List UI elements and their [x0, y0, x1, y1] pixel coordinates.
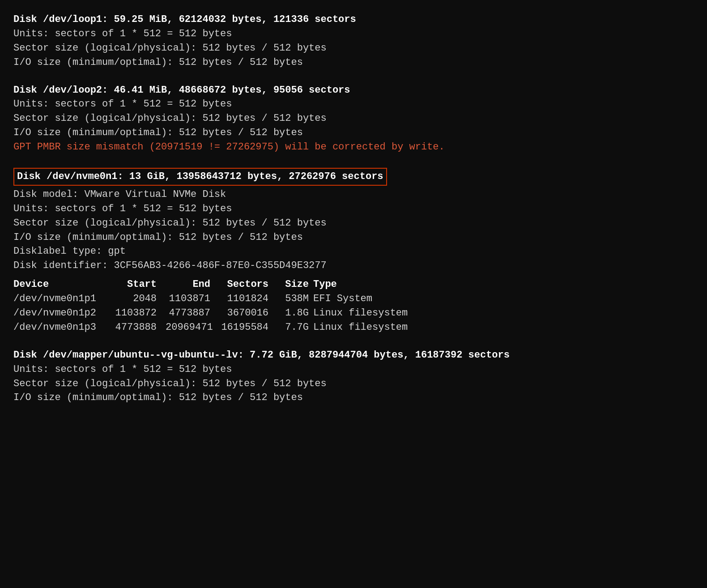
disk4-line2: Sector size (logical/physical): 512 byte…: [13, 377, 694, 391]
partition-p1-end: 1103871: [166, 292, 219, 306]
partition-p1-sectors: 1101824: [219, 292, 277, 306]
disk3-header: Disk /dev/nvme0n1: 13 GiB, 13958643712 b…: [13, 168, 387, 186]
col-header-type: Type: [313, 277, 447, 292]
partition-table: Device Start End Sectors Size Type /dev/…: [13, 277, 694, 335]
partition-p3-sectors: 16195584: [219, 320, 277, 335]
disk1-line3: I/O size (minimum/optimal): 512 bytes / …: [13, 55, 694, 70]
partition-p2-type: Linux filesystem: [313, 306, 447, 320]
disk3-line2: Sector size (logical/physical): 512 byte…: [13, 216, 694, 230]
disk2-section: Disk /dev/loop2: 46.41 MiB, 48668672 byt…: [13, 83, 694, 154]
partition-p1-device: /dev/nvme0n1p1: [13, 292, 112, 306]
partition-row-p3: /dev/nvme0n1p3 4773888 20969471 16195584…: [13, 320, 694, 335]
disk3-line5: Disk identifier: 3CF56AB3-4266-486F-87E0…: [13, 259, 694, 273]
disk3-line1: Units: sectors of 1 * 512 = 512 bytes: [13, 202, 694, 216]
disk3-model: Disk model: VMware Virtual NVMe Disk: [13, 187, 694, 202]
disk1-section: Disk /dev/loop1: 59.25 MiB, 62124032 byt…: [13, 13, 694, 70]
partition-p1-type: EFI System: [313, 292, 447, 306]
col-header-device: Device: [13, 277, 112, 292]
disk3-line4: Disklabel type: gpt: [13, 244, 694, 259]
partition-p1-size: 538M: [277, 292, 313, 306]
partition-p3-start: 4773888: [112, 320, 166, 335]
disk1-line1: Units: sectors of 1 * 512 = 512 bytes: [13, 27, 694, 41]
disk4-line1: Units: sectors of 1 * 512 = 512 bytes: [13, 362, 694, 377]
partition-p2-device: /dev/nvme0n1p2: [13, 306, 112, 320]
partition-row-p2: /dev/nvme0n1p2 1103872 4773887 3670016 1…: [13, 306, 694, 320]
disk2-line2: Sector size (logical/physical): 512 byte…: [13, 111, 694, 126]
disk1-line2: Sector size (logical/physical): 512 byte…: [13, 41, 694, 55]
col-header-end: End: [166, 277, 219, 292]
disk3-line3: I/O size (minimum/optimal): 512 bytes / …: [13, 230, 694, 245]
partition-p2-start: 1103872: [112, 306, 166, 320]
partition-p3-type: Linux filesystem: [313, 320, 447, 335]
disk2-warning: GPT PMBR size mismatch (20971519 != 2726…: [13, 140, 694, 154]
disk2-line3: I/O size (minimum/optimal): 512 bytes / …: [13, 126, 694, 140]
partition-p2-end: 4773887: [166, 306, 219, 320]
col-header-size: Size: [277, 277, 313, 292]
col-header-sectors: Sectors: [219, 277, 277, 292]
disk2-header: Disk /dev/loop2: 46.41 MiB, 48668672 byt…: [13, 83, 694, 98]
partition-p2-sectors: 3670016: [219, 306, 277, 320]
partition-p3-size: 7.7G: [277, 320, 313, 335]
disk4-section: Disk /dev/mapper/ubuntu--vg-ubuntu--lv: …: [13, 348, 694, 405]
disk3-section: Disk /dev/nvme0n1: 13 GiB, 13958643712 b…: [13, 168, 694, 335]
partition-p3-end: 20969471: [166, 320, 219, 335]
partition-p2-size: 1.8G: [277, 306, 313, 320]
disk4-header: Disk /dev/mapper/ubuntu--vg-ubuntu--lv: …: [13, 348, 694, 362]
partition-p1-start: 2048: [112, 292, 166, 306]
disk1-header: Disk /dev/loop1: 59.25 MiB, 62124032 byt…: [13, 13, 694, 27]
partition-p3-device: /dev/nvme0n1p3: [13, 320, 112, 335]
disk3-header-wrapper: Disk /dev/nvme0n1: 13 GiB, 13958643712 b…: [13, 168, 694, 187]
partition-row-p1: /dev/nvme0n1p1 2048 1103871 1101824 538M…: [13, 292, 694, 306]
partition-table-header: Device Start End Sectors Size Type: [13, 277, 694, 292]
disk4-line3: I/O size (minimum/optimal): 512 bytes / …: [13, 391, 694, 405]
col-header-start: Start: [112, 277, 166, 292]
disk2-line1: Units: sectors of 1 * 512 = 512 bytes: [13, 97, 694, 111]
